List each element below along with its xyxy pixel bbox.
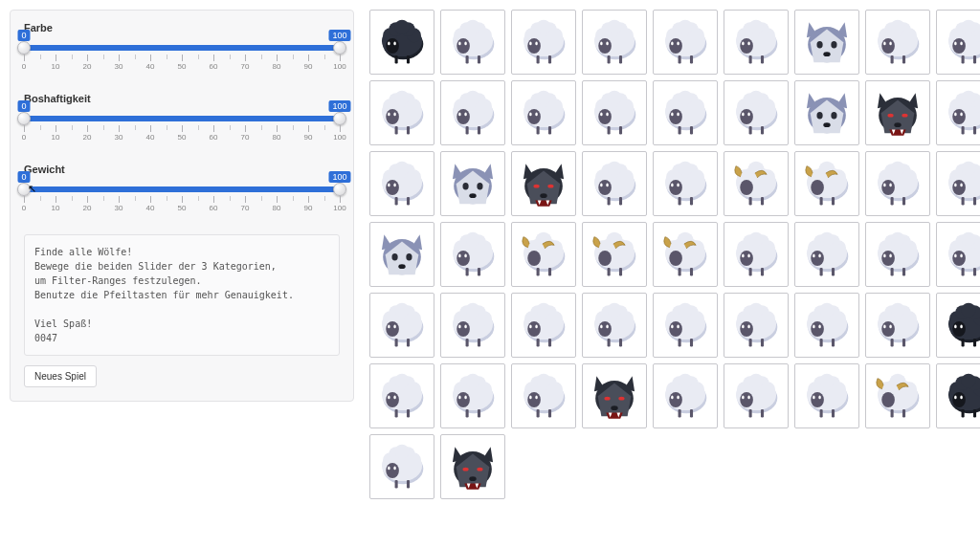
animal-card[interactable] bbox=[865, 10, 930, 75]
animal-card[interactable] bbox=[582, 363, 647, 428]
animal-card[interactable] bbox=[794, 151, 859, 216]
animal-card[interactable] bbox=[865, 222, 930, 287]
svg-point-253 bbox=[811, 180, 824, 195]
animal-card[interactable] bbox=[936, 293, 980, 358]
svg-rect-342 bbox=[820, 268, 823, 276]
animal-card[interactable] bbox=[794, 10, 859, 75]
animal-card[interactable] bbox=[724, 222, 789, 287]
svg-rect-572 bbox=[962, 409, 965, 418]
animal-card[interactable] bbox=[653, 293, 718, 358]
animal-card[interactable] bbox=[440, 222, 505, 287]
sheep-icon bbox=[726, 365, 786, 427]
animal-card[interactable] bbox=[653, 151, 718, 216]
animal-card[interactable] bbox=[794, 293, 859, 358]
animal-card[interactable] bbox=[582, 293, 647, 358]
slider-label: Farbe bbox=[24, 22, 340, 33]
svg-point-549 bbox=[811, 392, 824, 407]
animal-card[interactable] bbox=[936, 151, 980, 216]
animal-card[interactable] bbox=[511, 80, 576, 145]
range-slider[interactable]: 01000102030405060708090100 bbox=[24, 37, 340, 79]
svg-point-423 bbox=[669, 321, 682, 337]
animal-card[interactable] bbox=[511, 151, 576, 216]
svg-rect-475 bbox=[973, 339, 976, 347]
svg-point-293 bbox=[464, 254, 466, 258]
animal-card[interactable] bbox=[440, 151, 505, 216]
svg-point-45 bbox=[606, 42, 608, 46]
animal-card[interactable] bbox=[936, 80, 980, 145]
animal-card[interactable] bbox=[440, 434, 505, 499]
animal-card[interactable] bbox=[865, 293, 930, 358]
animal-card[interactable] bbox=[582, 80, 647, 145]
animal-card[interactable] bbox=[511, 293, 576, 358]
slider-high-thumb[interactable] bbox=[333, 183, 346, 196]
wolf-dark-icon bbox=[514, 153, 573, 214]
svg-rect-193 bbox=[973, 126, 976, 135]
animal-card[interactable] bbox=[936, 363, 980, 428]
slider-high-thumb[interactable] bbox=[333, 112, 346, 125]
animal-card[interactable] bbox=[653, 363, 718, 428]
animal-card[interactable] bbox=[369, 10, 434, 75]
svg-point-108 bbox=[388, 113, 390, 117]
animal-card[interactable] bbox=[653, 222, 718, 287]
slider-high-thumb[interactable] bbox=[333, 41, 346, 55]
animal-card[interactable] bbox=[440, 293, 505, 358]
range-slider[interactable]: 0100↖0102030405060708090100 bbox=[24, 179, 340, 221]
new-game-button[interactable]: Neues Spiel bbox=[24, 365, 97, 387]
svg-rect-330 bbox=[749, 268, 752, 276]
animal-card[interactable] bbox=[582, 151, 647, 216]
svg-point-264 bbox=[883, 184, 885, 187]
animal-card[interactable] bbox=[369, 434, 434, 499]
animal-card[interactable] bbox=[724, 293, 789, 358]
animal-card[interactable] bbox=[724, 151, 789, 216]
animal-card[interactable] bbox=[369, 80, 434, 145]
slider-low-thumb[interactable] bbox=[17, 183, 31, 196]
animal-card[interactable] bbox=[440, 80, 505, 145]
slider-low-thumb[interactable] bbox=[17, 41, 31, 55]
sheep-icon bbox=[585, 11, 644, 73]
animal-card[interactable] bbox=[582, 10, 647, 75]
svg-point-94 bbox=[962, 20, 976, 34]
animal-card[interactable] bbox=[440, 363, 505, 428]
animal-card[interactable] bbox=[794, 363, 859, 428]
animal-card[interactable] bbox=[865, 80, 930, 145]
svg-point-75 bbox=[823, 52, 830, 56]
animal-card[interactable] bbox=[369, 363, 434, 428]
svg-rect-487 bbox=[407, 409, 410, 418]
wolf-light-icon bbox=[443, 153, 502, 214]
animal-card[interactable] bbox=[936, 222, 980, 287]
svg-point-120 bbox=[458, 113, 460, 117]
slider-high-value: 100 bbox=[328, 100, 350, 112]
animal-card[interactable] bbox=[865, 363, 930, 428]
animal-card[interactable] bbox=[440, 10, 505, 75]
svg-point-570 bbox=[954, 396, 956, 400]
svg-rect-99 bbox=[973, 55, 976, 64]
range-slider[interactable]: 01000102030405060708090100 bbox=[24, 108, 340, 150]
app-root: Farbe01000102030405060708090100Boshaftig… bbox=[0, 0, 980, 509]
animal-card[interactable] bbox=[865, 151, 930, 216]
animal-card[interactable] bbox=[369, 222, 434, 287]
svg-rect-367 bbox=[973, 268, 976, 276]
svg-point-470 bbox=[962, 303, 976, 318]
svg-point-235 bbox=[669, 180, 682, 195]
animal-card[interactable] bbox=[511, 222, 576, 287]
animal-card[interactable] bbox=[724, 363, 789, 428]
animal-card[interactable] bbox=[511, 10, 576, 75]
animal-card[interactable] bbox=[653, 10, 718, 75]
animal-card[interactable] bbox=[724, 80, 789, 145]
animal-card[interactable] bbox=[724, 10, 789, 75]
wolf-dark-icon bbox=[443, 436, 502, 497]
svg-point-84 bbox=[883, 42, 885, 46]
animal-card[interactable] bbox=[369, 151, 434, 216]
animal-card[interactable] bbox=[369, 293, 434, 358]
slider-low-thumb[interactable] bbox=[17, 112, 31, 125]
control-panel: Farbe01000102030405060708090100Boshaftig… bbox=[10, 10, 354, 402]
animal-card[interactable] bbox=[582, 222, 647, 287]
animal-card[interactable] bbox=[794, 222, 859, 287]
animal-card[interactable] bbox=[794, 80, 859, 145]
svg-point-399 bbox=[527, 321, 541, 337]
animal-card[interactable] bbox=[936, 10, 980, 75]
animal-card[interactable] bbox=[511, 363, 576, 428]
svg-point-437 bbox=[747, 325, 749, 329]
animal-card[interactable] bbox=[653, 80, 718, 145]
svg-rect-540 bbox=[749, 409, 752, 418]
